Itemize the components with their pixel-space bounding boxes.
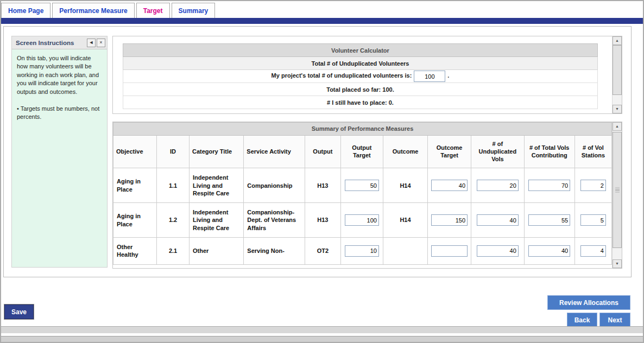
tab-home-page[interactable]: Home Page [1,3,50,18]
tab-target[interactable]: Target [136,3,170,18]
calculator-subtitle: Total # of Unduplicated Volunteers [123,57,598,70]
column-header: Output Target [340,136,383,168]
tab-summary[interactable]: Summary [172,3,216,18]
total-vols-contributing-input[interactable] [528,180,570,191]
back-button[interactable]: Back [567,313,597,327]
tab-performance-measure[interactable]: Performance Measure [52,3,134,18]
table-row: Aging in Place 1.2 Independent Living an… [113,203,612,238]
scroll-up-icon[interactable]: ▲ [613,122,622,131]
column-header: Category Title [189,136,243,168]
outcome-target-input[interactable] [431,245,468,257]
column-header: Output [305,136,340,168]
screen-instructions-title: Screen Instructions [16,40,86,46]
summary-table-title: Summary of Performance Measures [113,123,612,136]
summary-scrollbar-thumb[interactable] [613,132,622,248]
summary-scrollbar-track[interactable] [613,131,622,259]
calculator-input-label: My project's total # of unduplicated vol… [272,72,412,79]
total-placed-text: Total placed so far: 100. [123,83,598,96]
outcome-target-input[interactable] [431,180,468,191]
vol-stations-cell [574,168,611,203]
total-vols-cell [524,203,574,238]
total-vols-contributing-input[interactable] [528,245,570,257]
performance-measures-scroll-area: Summary of Performance Measures Objectiv… [113,122,612,268]
volunteer-calculator-panel: Volunteer Calculator Total # of Unduplic… [112,36,622,114]
column-header: Objective [113,136,157,168]
main-content: Screen Instructions ◄ × On this tab, you… [3,26,632,277]
outcome-target-input[interactable] [431,214,468,226]
column-header: # of Vol Stations [574,136,611,168]
summary-table-body: Aging in Place 1.1 Independent Living an… [113,168,612,264]
collapse-panel-icon[interactable]: ◄ [87,39,96,47]
output-target-cell [340,238,383,265]
column-header: Outcome Target [428,136,471,168]
column-header: Outcome [383,136,427,168]
total-vols-contributing-input[interactable] [528,214,570,226]
volunteer-calculator-table: Volunteer Calculator Total # of Unduplic… [123,43,598,109]
outcome-target-cell [428,238,471,265]
review-allocations-button[interactable]: Review Allocations [547,295,630,310]
id-cell: 1.1 [157,168,190,203]
scroll-up-icon[interactable]: ▲ [613,36,622,45]
column-header: Service Activity [244,136,305,168]
vol-stations-input[interactable] [580,245,606,257]
status-bar [1,326,643,333]
volunteer-calculator-scroll-area: Volunteer Calculator Total # of Unduplic… [113,36,612,113]
unduplicated-vols-input[interactable] [477,214,519,226]
performance-measures-panel: Summary of Performance Measures Objectiv… [112,122,622,269]
calculator-input-suffix: . [447,72,449,79]
vol-stations-input[interactable] [580,214,606,226]
output-target-cell [340,168,383,203]
calculator-scrollbar-thumb[interactable] [613,45,622,95]
unduplicated-vols-cell [471,203,524,238]
output-cell: H13 [305,168,340,203]
table-row: Aging in Place 1.1 Independent Living an… [113,168,612,203]
output-target-input[interactable] [345,180,379,191]
unduplicated-vols-cell [471,168,524,203]
header-divider-bar [1,18,643,24]
summary-scrollbar[interactable]: ▲ ▼ [612,122,622,268]
close-panel-icon[interactable]: × [97,39,105,47]
output-cell: H13 [305,203,340,238]
unduplicated-vols-input[interactable] [477,245,519,257]
unduplicated-vols-input[interactable] [477,180,519,191]
total-vols-cell [524,238,574,265]
category-title-cell: Other [189,238,243,265]
calculator-scrollbar-track[interactable] [613,45,622,105]
output-target-input[interactable] [345,214,379,226]
next-button[interactable]: Next [599,313,630,327]
objective-cell: Aging in Place [113,203,157,238]
output-target-cell [340,203,383,238]
outcome-target-cell [428,203,471,238]
performance-measures-table: Summary of Performance Measures Objectiv… [113,122,612,265]
instructions-text: On this tab, you will indicate how many … [17,54,102,96]
calculator-scrollbar[interactable]: ▲ ▼ [612,36,622,113]
outcome-cell: H14 [383,168,427,203]
outcome-target-cell [428,168,471,203]
id-cell: 1.2 [157,203,190,238]
instructions-note: • Targets must be numbers, not percents. [17,105,102,122]
scroll-down-icon[interactable]: ▼ [613,105,622,113]
outcome-cell [383,238,427,265]
screen-instructions-body: On this tab, you will indicate how many … [12,49,107,135]
screen-instructions-panel: Screen Instructions ◄ × On this tab, you… [11,36,108,268]
unduplicated-volunteers-input[interactable] [414,71,445,82]
screen-instructions-header: Screen Instructions ◄ × [12,36,107,49]
service-activity-cell: Companionship-Dept. of Veterans Affairs [244,203,305,238]
service-activity-cell: Companionship [244,168,305,203]
objective-cell: Other Healthy [113,238,157,265]
calculator-title: Volunteer Calculator [123,44,598,57]
vol-stations-input[interactable] [580,180,606,191]
scroll-down-icon[interactable]: ▼ [613,259,622,268]
scrollbar-grip-icon [615,188,620,193]
table-row: Other Healthy 2.1 Other Serving Non- OT2 [113,238,612,265]
vol-stations-cell [574,238,611,265]
service-activity-cell: Serving Non- [244,238,305,265]
save-button[interactable]: Save [4,304,34,319]
outcome-cell: H14 [383,203,427,238]
objective-cell: Aging in Place [113,168,157,203]
total-vols-cell [524,168,574,203]
column-header: # of Unduplicated Vols [471,136,524,168]
unduplicated-vols-cell [471,238,524,265]
output-target-input[interactable] [345,245,379,257]
vol-stations-cell [574,203,611,238]
